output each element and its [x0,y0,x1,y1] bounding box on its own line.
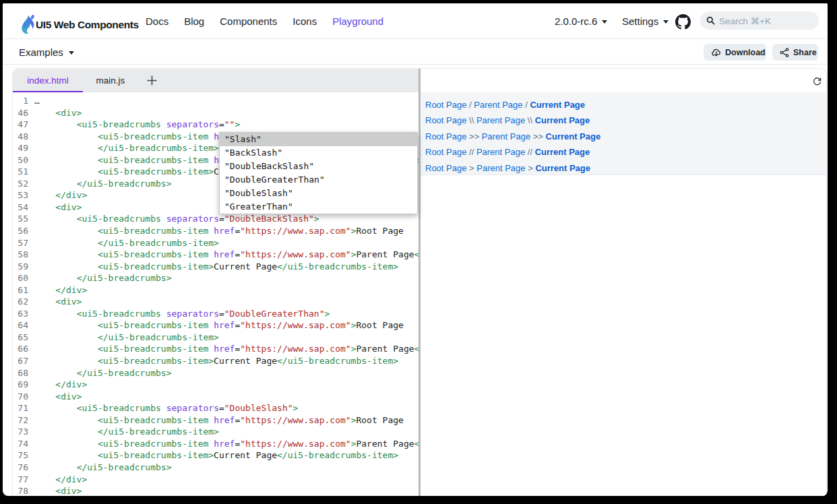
breadcrumbs-row: Root Page / Parent Page / Current Page [425,97,826,113]
code-line[interactable]: 78 <div> [13,485,418,496]
code-text: <div> [32,391,82,403]
code-text: <ui5-breadcrumbs-item href="https://www.… [32,438,418,450]
code-text: <ui5-breadcrumbs-item href="https://www.… [32,343,418,355]
code-line[interactable]: 70 <div> [13,391,418,403]
code-line[interactable]: 69 </div> [13,379,418,391]
breadcrumb-link[interactable]: Parent Page [482,131,530,141]
breadcrumb-link[interactable]: Root Page [425,147,466,157]
examples-toolbar: Examples Download Share [3,39,828,65]
main-nav: DocsBlogComponentsIconsPlayground [146,3,383,39]
line-number: 67 [13,355,32,367]
search-input[interactable]: Search ⌘+K [700,11,819,30]
line-number: 65 [13,332,32,344]
code-text: <ui5-breadcrumbs-item>Current Page</ui5-… [32,355,398,367]
share-button[interactable]: Share [772,44,818,61]
code-line[interactable]: 56 <ui5-breadcrumbs-item href="https://w… [13,225,418,237]
code-line[interactable]: 71 <ui5-breadcrumbs separators="DoubleSl… [13,402,418,414]
code-line[interactable]: 72 <ui5-breadcrumbs-item href="https://w… [13,414,418,427]
autocomplete-option[interactable]: "DoubleSlash" [220,187,417,200]
refresh-icon[interactable] [813,77,822,86]
code-text: </ui5-breadcrumbs-item> [32,237,219,249]
line-number: 68 [13,367,32,379]
line-number: 58 [13,249,32,261]
line-number: 52 [13,178,32,190]
add-tab-button[interactable] [138,69,165,92]
download-button[interactable]: Download [704,44,766,61]
breadcrumbs-row: Root Page > Parent Page > Current Page [425,160,826,176]
code-line[interactable]: 63 <ui5-breadcrumbs separators="DoubleGr… [13,308,418,320]
code-text: <div> [32,107,82,119]
line-number: 66 [13,343,32,355]
code-line[interactable]: 58 <ui5-breadcrumbs-item href="https://w… [13,249,418,261]
line-number: 47 [13,119,32,131]
line-number: 72 [13,414,32,427]
tab-index-html[interactable]: index.html [13,69,83,92]
code-line[interactable]: 66 <ui5-breadcrumbs-item href="https://w… [13,343,418,355]
code-line[interactable]: 57 </ui5-breadcrumbs-item> [13,237,418,249]
version-label: 2.0.0-rc.6 [555,15,597,27]
github-icon[interactable] [675,14,691,30]
line-number: 60 [13,272,32,284]
code-line[interactable]: 55 <ui5-breadcrumbs separators="DoubleBa… [13,213,418,225]
code-text: </ui5-breadcrumbs-item> [32,332,219,344]
nav-link-blog[interactable]: Blog [184,15,204,27]
code-line[interactable]: 47 <ui5-breadcrumbs separators=""> [13,119,418,131]
code-line[interactable]: 64 <ui5-breadcrumbs-item href="https://w… [13,319,418,332]
code-text: <ui5-breadcrumbs separators="DoubleSlash… [32,402,298,414]
breadcrumb-link[interactable]: Parent Page [476,115,525,125]
nav-link-components[interactable]: Components [220,15,277,27]
code-line[interactable]: 67 <ui5-breadcrumbs-item>Current Page</u… [13,355,418,367]
line-number: 50 [13,154,32,166]
code-text: </div> [32,284,87,296]
line-number: 55 [13,213,32,225]
breadcrumb-current: Current Page [535,115,590,125]
breadcrumb-separator: \\ [525,115,534,125]
autocomplete-option[interactable]: "Slash" [220,133,417,146]
autocomplete-popup: "Slash""BackSlash""DoubleBackSlash""Doub… [219,132,418,214]
download-label: Download [725,48,766,57]
code-text: <div> [32,201,82,214]
line-number: 78 [13,485,32,496]
autocomplete-option[interactable]: "DoubleBackSlash" [220,160,417,173]
code-line[interactable]: 74 <ui5-breadcrumbs-item href="https://w… [13,438,418,450]
code-line[interactable]: 73 </ui5-breadcrumbs-item> [13,426,418,438]
code-line[interactable]: 60 </ui5-breadcrumbs> [13,272,418,284]
breadcrumb-link[interactable]: Root Page [425,163,466,173]
breadcrumb-link[interactable]: Root Page [425,131,466,141]
code-text: </div> [32,189,87,201]
nav-link-icons[interactable]: Icons [292,15,317,27]
tab-main-js[interactable]: main.js [83,69,138,92]
code-line[interactable]: 65 </ui5-breadcrumbs-item> [13,332,418,344]
nav-link-playground[interactable]: Playground [332,15,383,27]
version-menu[interactable]: 2.0.0-rc.6 [555,3,607,39]
examples-menu[interactable]: Examples [19,39,74,65]
code-line[interactable]: 1… [13,95,418,107]
nav-link-docs[interactable]: Docs [146,15,168,27]
code-line[interactable]: 46 <div> [13,107,418,119]
code-line[interactable]: 61 </div> [13,284,418,296]
breadcrumb-link[interactable]: Parent Page [476,163,525,173]
breadcrumb-link[interactable]: Root Page [425,100,466,110]
code-text: </ui5-breadcrumbs> [32,367,172,379]
code-line[interactable]: 75 <ui5-breadcrumbs-item>Current Page</u… [13,449,418,462]
code-text: <ui5-breadcrumbs separators="DoubleBackS… [32,213,319,225]
breadcrumb-separator: / [523,100,530,110]
browser-page: UI5 Web Components DocsBlogComponentsIco… [3,3,828,496]
code-text: </ui5-breadcrumbs> [32,462,172,474]
autocomplete-option[interactable]: "BackSlash" [220,146,417,160]
chevron-down-icon [663,20,669,24]
code-line[interactable]: 77 </div> [13,474,418,486]
code-line[interactable]: 76 </ui5-breadcrumbs> [13,462,418,474]
breadcrumb-link[interactable]: Parent Page [476,147,525,157]
preview-result-panel: Root Page / Parent Page / Current PageRo… [421,94,826,175]
autocomplete-option[interactable]: "GreaterThan" [220,200,417,214]
line-number: 49 [13,142,32,154]
breadcrumb-current: Current Page [546,131,601,141]
settings-menu[interactable]: Settings [622,3,669,39]
breadcrumb-link[interactable]: Root Page [425,115,466,125]
code-line[interactable]: 62 <div> [13,296,418,308]
code-line[interactable]: 59 <ui5-breadcrumbs-item>Current Page</u… [13,261,418,273]
code-line[interactable]: 68 </ui5-breadcrumbs> [13,367,418,379]
breadcrumb-link[interactable]: Parent Page [474,100,522,110]
autocomplete-option[interactable]: "DoubleGreaterThan" [220,173,417,187]
